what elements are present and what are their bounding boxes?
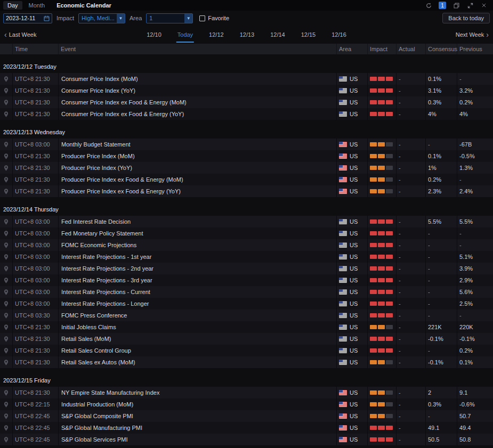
table-row[interactable]: UTC+8 21:30Initial Jobless ClaimsUS-221K… (0, 321, 493, 333)
table-row[interactable]: UTC+8 03:00Interest Rate Projections - L… (0, 298, 493, 309)
tab-month[interactable]: Month (25, 1, 50, 10)
pin-toggle[interactable] (0, 108, 13, 120)
table-row[interactable]: UTC+8 22:45S&P Global Composite PMIUS--5… (0, 410, 493, 422)
pin-toggle[interactable] (0, 150, 13, 162)
table-row[interactable]: UTC+8 03:00Interest Rate Projections - 3… (0, 274, 493, 286)
table-row[interactable]: UTC+8 03:00Monthly Budget StatementUS---… (0, 139, 493, 150)
table-row[interactable]: UTC+8 03:00FOMC Economic ProjectionsUS--… (0, 239, 493, 251)
event-area: US (337, 410, 368, 422)
next-week-button[interactable]: Next Week › (456, 31, 489, 38)
pin-toggle[interactable] (0, 422, 13, 434)
pin-toggle[interactable] (0, 321, 13, 333)
week-day-12-13[interactable]: 12/13 (239, 27, 256, 43)
table-row[interactable]: UTC+8 21:30Consumer Price Index ex Food … (0, 108, 493, 120)
pin-toggle[interactable] (0, 263, 13, 274)
event-name: S&P Global Composite PMI (59, 410, 337, 422)
consensus-value: 0.2% (426, 174, 457, 185)
table-row[interactable]: UTC+8 21:30Producer Price Index (MoM)US-… (0, 150, 493, 162)
pin-toggle[interactable] (0, 216, 13, 227)
date-picker[interactable] (3, 13, 52, 23)
pin-toggle[interactable] (0, 309, 13, 321)
week-days: 12/10Today12/1212/1312/1412/1512/16 (146, 27, 347, 43)
event-area: US (337, 356, 368, 368)
pin-toggle[interactable] (0, 398, 13, 410)
previous-value: - (457, 227, 493, 239)
table-row[interactable]: UTC+8 03:00Fed Interest Rate DecisionUS-… (0, 216, 493, 227)
us-flag-icon (339, 301, 347, 306)
pin-toggle[interactable] (0, 434, 13, 445)
pin-toggle[interactable] (0, 227, 13, 239)
week-day-12-12[interactable]: 12/12 (208, 27, 225, 43)
pin-toggle[interactable] (0, 162, 13, 174)
week-day-12-16[interactable]: 12/16 (330, 27, 347, 43)
week-day-12-10[interactable]: 12/10 (146, 27, 163, 43)
table-row[interactable]: UTC+8 21:30Producer Price Index (YoY)US-… (0, 162, 493, 174)
us-flag-icon (339, 153, 347, 159)
area-code: US (350, 218, 358, 225)
event-time: UTC+8 22:45 (13, 434, 59, 445)
pin-icon (4, 88, 9, 94)
event-time: UTC+8 21:30 (13, 162, 59, 174)
table-row[interactable]: UTC+8 22:45S&P Global Manufacturing PMIU… (0, 422, 493, 434)
week-day-today[interactable]: Today (176, 27, 194, 43)
pin-toggle[interactable] (0, 185, 13, 197)
actual-value: - (397, 185, 426, 197)
consensus-value: - (426, 298, 457, 309)
date-input[interactable] (6, 15, 39, 21)
refresh-icon[interactable] (425, 2, 432, 9)
table-row[interactable]: UTC+8 21:30Producer Price Index ex Food … (0, 185, 493, 197)
consensus-value: - (426, 345, 457, 356)
pin-toggle[interactable] (0, 139, 13, 150)
pin-toggle[interactable] (0, 286, 13, 298)
consensus-value: 49.1 (426, 422, 457, 434)
window-count-badge[interactable]: 1 (439, 2, 446, 9)
pin-toggle[interactable] (0, 345, 13, 356)
favorite-checkbox[interactable] (199, 15, 205, 21)
impact-dropdown[interactable]: High, Medi... ▼ (78, 13, 125, 23)
pin-toggle[interactable] (0, 387, 13, 398)
pin-toggle[interactable] (0, 73, 13, 85)
table-row[interactable]: UTC+8 21:30Producer Price Index ex Food … (0, 174, 493, 185)
table-row[interactable]: UTC+8 21:30Retail Sales (MoM)US--0.1%-0.… (0, 333, 493, 345)
last-week-button[interactable]: ‹ Last Week (4, 31, 36, 38)
area-dropdown[interactable]: 1 ▼ (146, 13, 193, 23)
table-row[interactable]: UTC+8 03:00Interest Rate Projections - C… (0, 286, 493, 298)
chevron-left-icon: ‹ (4, 31, 7, 38)
pin-toggle[interactable] (0, 333, 13, 345)
week-day-12-14[interactable]: 12/14 (269, 27, 286, 43)
area-code: US (350, 111, 358, 117)
table-row[interactable]: UTC+8 21:30Retail Sales ex Autos (MoM)US… (0, 356, 493, 368)
area-code: US (350, 165, 358, 171)
pin-toggle[interactable] (0, 356, 13, 368)
pin-toggle[interactable] (0, 251, 13, 263)
pin-toggle[interactable] (0, 96, 13, 108)
pin-toggle[interactable] (0, 85, 13, 96)
table-row[interactable]: UTC+8 21:30Retail Sales Control GroupUS-… (0, 345, 493, 356)
area-code: US (350, 188, 358, 194)
close-icon[interactable] (480, 2, 488, 9)
pin-toggle[interactable] (0, 174, 13, 185)
expand-icon[interactable] (466, 2, 474, 9)
favorite-toggle[interactable]: Favorite (199, 15, 229, 21)
table-row[interactable]: UTC+8 03:00Interest Rate Projections - 1… (0, 251, 493, 263)
table-row[interactable]: UTC+8 21:30Consumer Price Index (MoM)US-… (0, 73, 493, 85)
popout-window-icon[interactable] (452, 2, 460, 9)
pin-toggle[interactable] (0, 274, 13, 286)
table-row[interactable]: UTC+8 22:15Industrial Production (MoM)US… (0, 398, 493, 410)
table-row[interactable]: UTC+8 03:30FOMC Press ConferenceUS--- (0, 309, 493, 321)
pin-toggle[interactable] (0, 239, 13, 251)
tab-day[interactable]: Day (3, 1, 22, 10)
week-day-12-15[interactable]: 12/15 (300, 27, 317, 43)
table-row[interactable]: UTC+8 03:00Fed Monetary Policy Statement… (0, 227, 493, 239)
table-row[interactable]: UTC+8 21:30NY Empire State Manufacturing… (0, 387, 493, 398)
event-area: US (337, 73, 368, 85)
pin-toggle[interactable] (0, 410, 13, 422)
back-to-today-button[interactable]: Back to today (442, 13, 490, 23)
pin-toggle[interactable] (0, 298, 13, 309)
us-flag-icon (339, 437, 347, 442)
table-row[interactable]: UTC+8 03:00Interest Rate Projections - 2… (0, 263, 493, 274)
event-area: US (337, 263, 368, 274)
table-row[interactable]: UTC+8 21:30Consumer Price Index (YoY)US-… (0, 85, 493, 96)
table-row[interactable]: UTC+8 21:30Consumer Price Index ex Food … (0, 96, 493, 108)
table-row[interactable]: UTC+8 22:45S&P Global Services PMIUS-50.… (0, 434, 493, 445)
